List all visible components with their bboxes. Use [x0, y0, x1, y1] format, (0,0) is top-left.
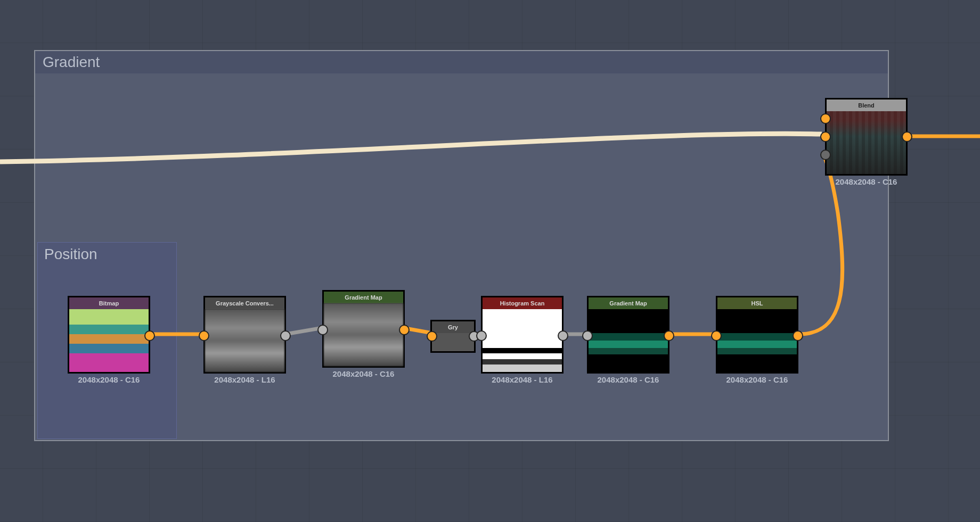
node-thumbnail	[205, 309, 284, 372]
node-title: HSL	[717, 297, 797, 309]
node-caption: 2048x2048 - L16	[492, 375, 552, 384]
node-caption: 2048x2048 - L16	[214, 375, 275, 384]
node-caption: 2048x2048 - C16	[598, 375, 659, 384]
node-caption: 2048x2048 - C16	[333, 369, 395, 378]
frame-title: Gradient	[43, 54, 100, 71]
node-thumbnail	[717, 309, 797, 372]
output-port[interactable]	[144, 330, 155, 341]
node-thumbnail	[432, 333, 474, 351]
output-port[interactable]	[793, 330, 803, 341]
output-port[interactable]	[399, 325, 410, 335]
node-caption: 2048x2048 - C16	[836, 177, 897, 186]
output-port[interactable]	[558, 330, 568, 341]
node-title: Gradient Map	[324, 292, 403, 303]
input-port[interactable]	[317, 325, 328, 335]
subframe-title: Position	[38, 243, 176, 266]
node-thumbnail	[483, 309, 562, 372]
node-thumbnail	[827, 111, 906, 174]
node-title: Blend	[827, 100, 906, 111]
output-port[interactable]	[664, 330, 674, 341]
node-thumbnail	[324, 303, 403, 366]
node-hsl[interactable]: HSL 2048x2048 - C16	[716, 296, 798, 374]
node-title: Gradient Map	[589, 297, 668, 309]
node-gradient-map-1[interactable]: Gradient Map 2048x2048 - C16	[322, 290, 405, 368]
input-port[interactable]	[427, 331, 437, 342]
node-title: Grayscale Convers...	[205, 297, 284, 309]
input-port[interactable]	[582, 330, 593, 341]
node-gradient-map-2[interactable]: Gradient Map 2048x2048 - C16	[587, 296, 669, 374]
node-caption: 2048x2048 - C16	[78, 375, 140, 384]
node-title: Bitmap	[69, 297, 149, 309]
output-port[interactable]	[902, 131, 912, 142]
node-histogram-scan[interactable]: Histogram Scan 2048x2048 - L16	[481, 296, 564, 374]
node-caption: 2048x2048 - C16	[726, 375, 788, 384]
node-grayscale-conversion[interactable]: Grayscale Convers... 2048x2048 - L16	[203, 296, 286, 374]
node-gry[interactable]: Gry	[430, 320, 476, 353]
input-port[interactable]	[820, 113, 831, 124]
input-port[interactable]	[820, 131, 831, 142]
node-title: Gry	[432, 321, 474, 333]
node-bitmap[interactable]: Bitmap 2048x2048 - C16	[68, 296, 150, 374]
input-port[interactable]	[199, 330, 209, 341]
node-thumbnail	[589, 309, 668, 372]
frame-header[interactable]: Gradient	[35, 51, 888, 73]
input-port[interactable]	[711, 330, 722, 341]
output-port[interactable]	[280, 330, 291, 341]
input-port[interactable]	[820, 150, 831, 160]
node-thumbnail	[69, 309, 149, 372]
node-blend[interactable]: Blend 2048x2048 - C16	[825, 98, 908, 176]
input-port[interactable]	[476, 330, 487, 341]
node-title: Histogram Scan	[483, 297, 562, 309]
